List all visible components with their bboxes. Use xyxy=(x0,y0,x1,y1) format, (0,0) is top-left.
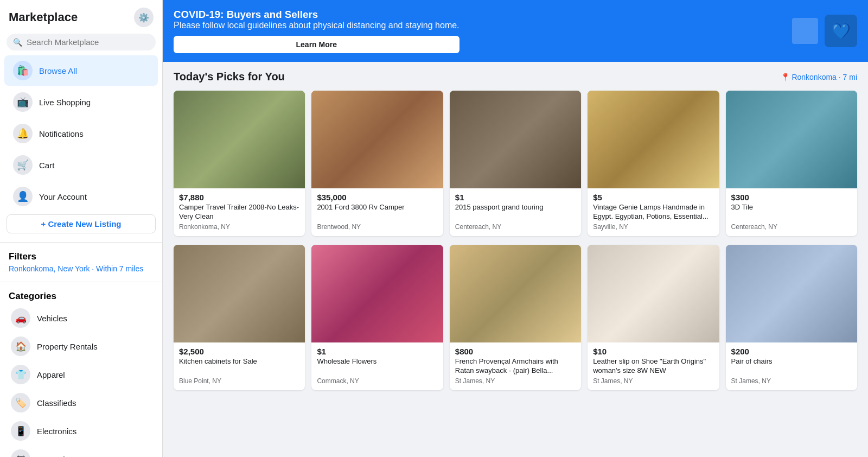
categories-section: Categories 🚗 Vehicles 🏠 Property Rentals… xyxy=(0,287,162,457)
placeholder-box-1 xyxy=(792,18,818,44)
listing-card-8[interactable]: $800 French Provençal Armchairs with Rat… xyxy=(450,245,581,390)
covid-banner: COVID-19: Buyers and Sellers Please foll… xyxy=(163,0,868,62)
vehicles-icon: 🚗 xyxy=(11,308,30,328)
listing-location-5: Centereach, NY xyxy=(731,223,852,231)
category-classifieds[interactable]: 🏷️ Classifieds xyxy=(9,389,154,417)
location-tag: 📍 Ronkonkoma · 7 mi xyxy=(781,73,858,81)
live-shopping-icon: 📺 xyxy=(13,92,33,112)
listing-price-5: $300 xyxy=(731,193,852,202)
category-entertainment-label: Entertainment xyxy=(37,455,87,458)
listing-card-5[interactable]: $300 3D Tile Centereach, NY xyxy=(726,91,857,236)
listing-card-3[interactable]: $1 2015 passport grand touring Centereac… xyxy=(450,91,581,236)
property-rentals-icon: 🏠 xyxy=(11,337,30,356)
listing-title-6: Kitchen cabinets for Sale xyxy=(179,357,299,376)
category-apparel[interactable]: 👕 Apparel xyxy=(9,360,154,389)
listing-info-1: $7,880 Camper Travel Trailer 2008-No Lea… xyxy=(174,188,305,236)
listing-card-1[interactable]: $7,880 Camper Travel Trailer 2008-No Lea… xyxy=(174,91,305,236)
electronics-icon: 📱 xyxy=(11,421,30,441)
search-input[interactable] xyxy=(27,37,149,47)
category-vehicles-label: Vehicles xyxy=(37,314,67,323)
listing-image-5 xyxy=(726,91,857,188)
listing-location-8: St James, NY xyxy=(455,377,576,385)
search-icon: 🔍 xyxy=(13,38,22,47)
listing-location-1: Ronkonkoma, NY xyxy=(179,223,299,231)
category-electronics-label: Electronics xyxy=(37,427,76,436)
covid-description: Please follow local guidelines about phy… xyxy=(174,21,459,30)
listing-card-2[interactable]: $35,000 2001 Ford 3800 Rv Camper Brentwo… xyxy=(311,91,443,236)
category-vehicles[interactable]: 🚗 Vehicles xyxy=(9,304,154,332)
listing-info-9: $10 Leather slip on Shoe "Earth Origins"… xyxy=(588,342,719,390)
section-title: Today's Picks for You xyxy=(174,71,285,83)
your-account-icon: 👤 xyxy=(13,187,33,206)
covid-right: 💙 xyxy=(792,15,857,47)
listing-location-6: Blue Point, NY xyxy=(179,377,299,385)
listing-info-8: $800 French Provençal Armchairs with Rat… xyxy=(450,342,581,390)
listing-title-2: 2001 Ford 3800 Rv Camper xyxy=(317,203,437,221)
listing-title-10: Pair of chairs xyxy=(731,357,852,376)
filters-title: Filters xyxy=(9,251,154,262)
listing-location-10: St James, NY xyxy=(731,377,852,385)
listing-location-9: St James, NY xyxy=(593,377,713,385)
nav-browse-all-label: Browse All xyxy=(39,66,77,75)
listing-card-4[interactable]: $5 Vintage Genie Lamps Handmade in Egypt… xyxy=(588,91,719,236)
learn-more-button[interactable]: Learn More xyxy=(174,36,459,53)
listing-title-9: Leather slip on Shoe "Earth Origins" wom… xyxy=(593,357,713,376)
nav-your-account-label: Your Account xyxy=(39,192,87,201)
search-bar[interactable]: 🔍 xyxy=(7,34,156,50)
nav-notifications[interactable]: 🔔 Notifications xyxy=(4,118,158,149)
category-property-rentals-label: Property Rentals xyxy=(37,342,98,351)
listing-location-7: Commack, NY xyxy=(317,377,437,385)
listing-price-6: $2,500 xyxy=(179,347,299,356)
covid-title: COVID-19: Buyers and Sellers xyxy=(174,9,459,21)
listing-card-6[interactable]: $2,500 Kitchen cabinets for Sale Blue Po… xyxy=(174,245,305,390)
sidebar-title: Marketplace xyxy=(9,10,78,24)
classifieds-icon: 🏷️ xyxy=(11,393,30,412)
heart-icon-box: 💙 xyxy=(825,15,857,47)
notifications-icon: 🔔 xyxy=(13,124,33,143)
listing-location-2: Brentwood, NY xyxy=(317,223,437,231)
categories-title: Categories xyxy=(9,291,154,302)
category-electronics[interactable]: 📱 Electronics xyxy=(9,417,154,445)
listing-card-9[interactable]: $10 Leather slip on Shoe "Earth Origins"… xyxy=(588,245,719,390)
category-apparel-label: Apparel xyxy=(37,370,65,379)
filters-location[interactable]: Ronkonkoma, New York · Within 7 miles xyxy=(9,264,154,273)
listing-image-2 xyxy=(311,91,443,188)
listing-card-10[interactable]: $200 Pair of chairs St James, NY xyxy=(726,245,857,390)
listing-price-10: $200 xyxy=(731,347,852,356)
category-property-rentals[interactable]: 🏠 Property Rentals xyxy=(9,332,154,360)
listing-info-10: $200 Pair of chairs St James, NY xyxy=(726,342,857,390)
listing-location-3: Centereach, NY xyxy=(455,223,576,231)
listing-title-4: Vintage Genie Lamps Handmade in Egypt. E… xyxy=(593,203,713,221)
listing-info-3: $1 2015 passport grand touring Centereac… xyxy=(450,188,581,236)
listing-info-2: $35,000 2001 Ford 3800 Rv Camper Brentwo… xyxy=(311,188,443,236)
listing-title-5: 3D Tile xyxy=(731,203,852,221)
listing-title-3: 2015 passport grand touring xyxy=(455,203,576,221)
nav-live-shopping[interactable]: 📺 Live Shopping xyxy=(4,87,158,117)
divider-2 xyxy=(0,282,162,282)
listing-info-4: $5 Vintage Genie Lamps Handmade in Egypt… xyxy=(588,188,719,236)
listing-price-8: $800 xyxy=(455,347,576,356)
settings-button[interactable]: ⚙️ xyxy=(134,8,154,27)
filters-section: Filters Ronkonkoma, New York · Within 7 … xyxy=(0,247,162,277)
main-content: COVID-19: Buyers and Sellers Please foll… xyxy=(163,0,868,457)
sidebar: Marketplace ⚙️ 🔍 🛍️ Browse All 📺 Live Sh… xyxy=(0,0,163,457)
listing-image-4 xyxy=(588,91,719,188)
cart-icon: 🛒 xyxy=(13,155,33,175)
apparel-icon: 👕 xyxy=(11,365,30,384)
create-listing-button[interactable]: + Create New Listing xyxy=(7,214,156,233)
category-entertainment[interactable]: 🎮 Entertainment xyxy=(9,445,154,457)
listings-area: Today's Picks for You 📍 Ronkonkoma · 7 m… xyxy=(163,62,868,457)
divider-1 xyxy=(0,242,162,243)
listing-card-7[interactable]: $1 Wholesale Flowers Commack, NY xyxy=(311,245,443,390)
listing-image-7 xyxy=(311,245,443,342)
listing-title-7: Wholesale Flowers xyxy=(317,357,437,376)
nav-live-shopping-label: Live Shopping xyxy=(39,98,91,107)
entertainment-icon: 🎮 xyxy=(11,449,30,457)
nav-cart[interactable]: 🛒 Cart xyxy=(4,150,158,180)
nav-browse-all[interactable]: 🛍️ Browse All xyxy=(4,55,158,86)
listing-image-1 xyxy=(174,91,305,188)
listing-info-6: $2,500 Kitchen cabinets for Sale Blue Po… xyxy=(174,342,305,390)
listing-info-5: $300 3D Tile Centereach, NY xyxy=(726,188,857,236)
nav-your-account[interactable]: 👤 Your Account xyxy=(4,181,158,212)
listing-info-7: $1 Wholesale Flowers Commack, NY xyxy=(311,342,443,390)
